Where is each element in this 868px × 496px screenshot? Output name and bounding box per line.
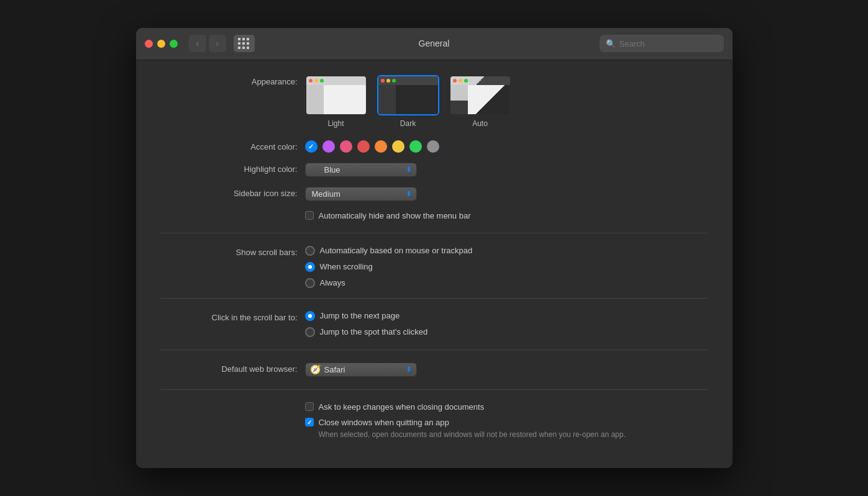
forward-button[interactable]: › (209, 35, 226, 52)
appearance-row: Appearance: (161, 75, 708, 130)
click-scroll-bar-options: Jump to the next page Jump to the spot t… (305, 311, 708, 337)
auto-hide-label: Automatically hide and show the menu bar (319, 211, 471, 220)
content-area: Appearance: (136, 60, 733, 469)
auto-hide-checkbox[interactable] (305, 211, 314, 220)
accent-color-row: Accent color: (161, 140, 708, 153)
appearance-option-dark[interactable]: Dark (377, 75, 439, 128)
show-scroll-bars-content: Automatically based on mouse or trackpad… (305, 246, 708, 288)
auto-hide-checkbox-item[interactable]: Automatically hide and show the menu bar (305, 211, 708, 220)
sidebar-icon-size-label: Sidebar icon size: (161, 187, 298, 199)
close-docs-checkbox-item[interactable]: Ask to keep changes when closing documen… (305, 402, 708, 412)
grid-view-button[interactable] (234, 35, 255, 52)
close-docs-row: Ask to keep changes when closing documen… (161, 402, 708, 440)
click-clicked-spot-label: Jump to the spot that's clicked (320, 327, 428, 336)
close-docs-spacer (161, 402, 298, 404)
click-next-page-radio[interactable] (305, 311, 315, 321)
accent-purple[interactable] (322, 140, 335, 153)
default-browser-select-wrapper: 🧭 Safari Chrome Firefox (305, 363, 417, 377)
scroll-auto-radio[interactable] (305, 246, 315, 256)
close-button[interactable] (145, 40, 153, 48)
appearance-option-auto[interactable]: Auto (449, 75, 511, 128)
light-thumbnail (305, 75, 367, 115)
accent-graphite[interactable] (427, 140, 439, 153)
appearance-options: Light (305, 75, 708, 128)
close-windows-checkbox[interactable] (305, 418, 314, 426)
accent-color-label: Accent color: (161, 140, 298, 153)
highlight-color-label: Highlight color: (161, 163, 298, 175)
window-title: General (419, 38, 450, 48)
search-input[interactable] (619, 39, 718, 48)
sidebar-icon-size-content: Small Medium Large (305, 187, 708, 201)
click-next-page-label: Jump to the next page (320, 311, 400, 320)
scroll-always-label: Always (320, 278, 345, 287)
click-clicked-spot-item[interactable]: Jump to the spot that's clicked (305, 327, 708, 337)
forward-icon: › (216, 38, 219, 48)
accent-color-options (305, 140, 708, 153)
scroll-when-scrolling-radio[interactable] (305, 262, 315, 272)
scroll-when-scrolling-item[interactable]: When scrolling (305, 262, 708, 272)
light-label: Light (327, 119, 344, 128)
scroll-always-item[interactable]: Always (305, 278, 708, 288)
scroll-auto-item[interactable]: Automatically based on mouse or trackpad (305, 246, 708, 256)
auto-hide-content: Automatically hide and show the menu bar (305, 211, 708, 220)
close-windows-helper: When selected, open documents and window… (319, 430, 708, 440)
back-button[interactable]: ‹ (189, 35, 206, 52)
default-browser-row: Default web browser: 🧭 Safari Chrome Fir… (161, 363, 708, 377)
accent-color-content (305, 140, 708, 153)
highlight-color-row: Highlight color: Blue Purple Pink Red Or… (161, 163, 708, 177)
accent-blue[interactable] (305, 140, 318, 153)
scroll-always-radio[interactable] (305, 278, 315, 288)
scroll-when-scrolling-label: When scrolling (320, 262, 373, 271)
close-docs-checkbox[interactable] (305, 402, 314, 411)
divider-4 (161, 389, 708, 390)
appearance-option-light[interactable]: Light (305, 75, 367, 128)
dark-thumbnail (377, 75, 439, 115)
highlight-color-content: Blue Purple Pink Red Orange Yellow Green… (305, 163, 708, 177)
search-box[interactable]: 🔍 (600, 35, 724, 52)
traffic-lights (145, 40, 178, 48)
close-docs-content: Ask to keep changes when closing documen… (305, 402, 708, 440)
appearance-content: Light (305, 75, 708, 130)
click-next-page-item[interactable]: Jump to the next page (305, 311, 708, 321)
scroll-auto-label: Automatically based on mouse or trackpad (320, 246, 473, 255)
appearance-label: Appearance: (161, 75, 298, 88)
auto-thumbnail (449, 75, 511, 115)
grid-icon (238, 38, 250, 50)
click-scroll-bar-content: Jump to the next page Jump to the spot t… (305, 311, 708, 337)
accent-orange[interactable] (375, 140, 387, 153)
sidebar-icon-size-select-wrapper: Small Medium Large (305, 187, 417, 201)
divider-3 (161, 349, 708, 350)
accent-red[interactable] (357, 140, 370, 153)
accent-green[interactable] (409, 140, 422, 153)
close-windows-checkbox-item[interactable]: Close windows when quitting an app (305, 418, 708, 427)
search-icon: 🔍 (606, 39, 616, 48)
default-browser-label: Default web browser: (161, 363, 298, 375)
sidebar-icon-size-row: Sidebar icon size: Small Medium Large (161, 187, 708, 201)
default-browser-content: 🧭 Safari Chrome Firefox (305, 363, 708, 377)
minimize-button[interactable] (157, 40, 165, 48)
auto-hide-row: Automatically hide and show the menu bar (161, 211, 708, 220)
default-browser-select[interactable]: Safari Chrome Firefox (305, 363, 417, 377)
system-preferences-window: ‹ › General 🔍 Appearance: (136, 28, 733, 469)
nav-buttons: ‹ › (189, 35, 226, 52)
auto-label: Auto (472, 119, 488, 128)
divider-1 (161, 233, 708, 233)
accent-yellow[interactable] (392, 140, 404, 153)
close-windows-label: Close windows when quitting an app (319, 418, 449, 427)
show-scroll-bars-row: Show scroll bars: Automatically based on… (161, 246, 708, 288)
divider-2 (161, 298, 708, 299)
show-scroll-bars-label: Show scroll bars: (161, 246, 298, 258)
click-scroll-bar-label: Click in the scroll bar to: (161, 311, 298, 323)
highlight-color-select[interactable]: Blue Purple Pink Red Orange Yellow Green… (305, 163, 417, 177)
highlight-color-select-wrapper: Blue Purple Pink Red Orange Yellow Green… (305, 163, 417, 177)
sidebar-icon-size-select[interactable]: Small Medium Large (305, 187, 417, 201)
show-scroll-bars-options: Automatically based on mouse or trackpad… (305, 246, 708, 288)
close-docs-label: Ask to keep changes when closing documen… (319, 402, 485, 412)
dark-label: Dark (400, 119, 416, 128)
titlebar: ‹ › General 🔍 (136, 28, 733, 60)
click-clicked-spot-radio[interactable] (305, 327, 315, 337)
accent-pink[interactable] (340, 140, 352, 153)
maximize-button[interactable] (170, 40, 178, 48)
back-icon: ‹ (196, 38, 199, 48)
click-scroll-bar-row: Click in the scroll bar to: Jump to the … (161, 311, 708, 337)
